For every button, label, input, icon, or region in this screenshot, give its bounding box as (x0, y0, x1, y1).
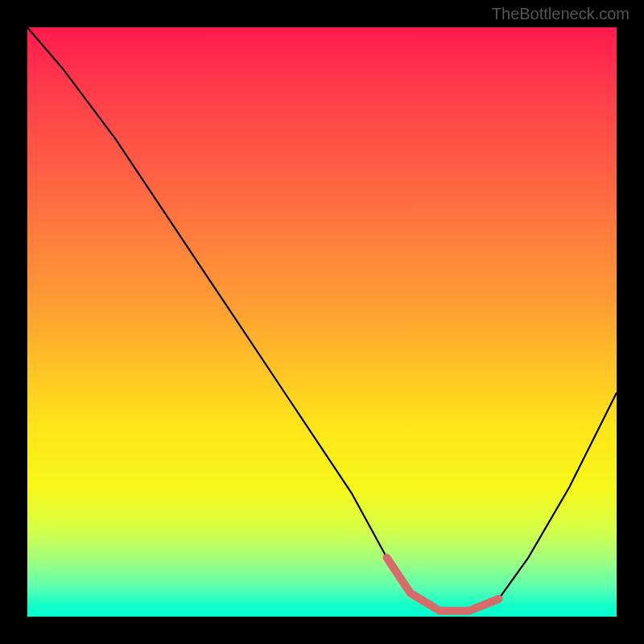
watermark-text: TheBottleneck.com (492, 5, 630, 23)
chart-plot-area (27, 27, 617, 617)
bottleneck-curve-line (27, 27, 617, 611)
chart-svg (27, 27, 617, 617)
optimal-band-highlight-line (387, 558, 499, 611)
